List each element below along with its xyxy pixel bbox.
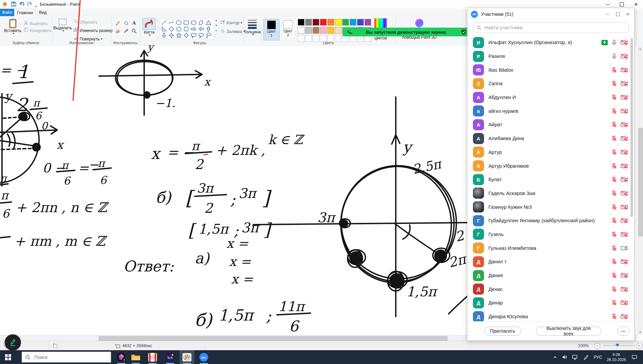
crop-button[interactable]: Обрезать <box>73 19 97 25</box>
mic-muted-icon[interactable] <box>611 286 617 293</box>
camera-off-icon[interactable] <box>620 286 628 293</box>
language-indicator[interactable]: РУС <box>591 350 605 364</box>
security-shield-icon[interactable] <box>461 29 467 35</box>
triangle-shape[interactable] <box>205 19 212 26</box>
participant-row[interactable]: ZZarina <box>468 77 634 91</box>
network-icon[interactable] <box>570 350 580 364</box>
taskbar-zoom-app-icon[interactable]: zm <box>196 350 211 364</box>
mic-muted-icon[interactable] <box>611 80 617 87</box>
mute-all-button[interactable]: Выключить звук для всех <box>536 327 601 336</box>
shape-outline-button[interactable]: Контур <box>220 20 243 26</box>
tab-view[interactable]: Вид <box>35 9 51 16</box>
participant-row[interactable]: ГГузель <box>468 228 634 241</box>
text-tool-icon[interactable]: A <box>130 19 138 27</box>
mic-muted-icon[interactable] <box>611 135 617 142</box>
volume-icon[interactable] <box>559 350 570 364</box>
magnifier-tool-icon[interactable] <box>130 27 138 35</box>
camera-off-icon[interactable] <box>620 163 628 169</box>
palette-swatch[interactable] <box>327 19 334 26</box>
panel-scroll-thumb[interactable] <box>631 38 633 217</box>
mic-muted-icon[interactable] <box>611 163 617 169</box>
curve-shape[interactable] <box>168 19 175 26</box>
participant-row[interactable]: ААртур Ибрагимов <box>468 159 634 173</box>
camera-off-icon[interactable] <box>620 80 628 87</box>
camera-off-icon[interactable] <box>620 53 628 60</box>
palette-swatch[interactable] <box>305 19 312 26</box>
taskbar-search[interactable] <box>22 352 111 363</box>
participant-row[interactable]: ДДания <box>468 269 634 283</box>
mic-muted-icon[interactable] <box>611 313 617 320</box>
palette-swatch[interactable] <box>327 27 334 34</box>
cloud-callout-shape[interactable] <box>205 32 212 38</box>
camera-off-icon[interactable] <box>620 149 628 156</box>
palette-empty-well[interactable] <box>298 35 304 42</box>
undo-button[interactable] <box>19 1 25 7</box>
ellipse-shape[interactable] <box>175 19 183 26</box>
six-point-star-shape[interactable] <box>183 32 190 38</box>
palette-swatch[interactable] <box>313 19 319 26</box>
camera-off-icon[interactable] <box>620 272 628 279</box>
five-point-star-shape[interactable] <box>175 32 183 38</box>
rounded-rectangle-shape[interactable] <box>190 19 197 26</box>
participant-row[interactable]: Гадель Аскаров 3шк <box>468 187 634 200</box>
shapes-scroll[interactable]: ▲▼≡ <box>214 19 218 32</box>
mic-muted-icon[interactable] <box>611 299 617 306</box>
h-scroll-thumb[interactable] <box>99 336 448 341</box>
pencil-tool-icon[interactable] <box>114 19 122 27</box>
participant-row[interactable]: Газинур Кужин №3 <box>468 200 634 214</box>
participant-row[interactable]: ДДанил т <box>468 255 634 269</box>
more-options-button[interactable]: ⋯ <box>617 327 630 336</box>
mic-icon[interactable] <box>611 53 617 60</box>
fill-tool-icon[interactable] <box>122 19 130 27</box>
mic-muted-icon[interactable] <box>611 94 617 101</box>
participant-row[interactable]: ААртур <box>468 145 634 159</box>
pen-icon[interactable] <box>580 350 591 364</box>
cut-button[interactable]: Вырезать <box>24 20 48 26</box>
mic-icon[interactable] <box>611 39 617 46</box>
taskbar-paint-app-icon[interactable] <box>180 350 194 364</box>
taskbar-gem-app-icon[interactable]: 2 <box>114 350 129 364</box>
four-point-star-shape[interactable] <box>168 32 175 38</box>
mic-muted-icon[interactable] <box>611 231 617 238</box>
palette-swatch[interactable] <box>298 27 304 34</box>
palette-empty-well[interactable] <box>305 35 312 42</box>
zoom-slider-thumb[interactable] <box>615 344 619 347</box>
camera-off-icon[interactable] <box>620 39 628 46</box>
camera-off-icon[interactable] <box>620 299 628 306</box>
arrow-down-shape[interactable] <box>160 32 168 38</box>
color2-button[interactable]: Цвет2 <box>280 19 296 40</box>
copy-button[interactable]: Копировать <box>24 27 52 33</box>
mic-muted-icon[interactable] <box>611 217 617 224</box>
eyedropper-tool-icon[interactable] <box>122 27 130 35</box>
panel-close-button[interactable]: ✕ <box>623 11 632 18</box>
rounded-callout-shape[interactable] <box>190 32 197 38</box>
zoom-in-button[interactable]: + <box>636 343 642 349</box>
mic-muted-icon[interactable] <box>611 204 617 210</box>
zoom-out-button[interactable]: − <box>594 343 600 349</box>
camera-off-icon[interactable] <box>620 121 628 128</box>
scroll-down-arrow[interactable]: ▼ <box>638 330 643 335</box>
palette-swatch[interactable] <box>357 19 364 26</box>
select-button[interactable]: Выделить <box>54 18 71 32</box>
palette-swatch[interactable] <box>313 27 319 34</box>
arrow-up-shape[interactable] <box>205 26 212 32</box>
tab-home[interactable]: Главная <box>14 9 36 16</box>
camera-off-icon[interactable] <box>620 190 628 197</box>
color1-button[interactable]: Цвет1 <box>263 19 280 40</box>
palette-swatch[interactable] <box>342 19 349 26</box>
mic-muted-icon[interactable] <box>611 245 617 252</box>
hexagon-shape[interactable] <box>183 26 190 32</box>
palette-swatch[interactable] <box>320 19 327 26</box>
camera-off-icon[interactable] <box>620 217 628 224</box>
taskbar-file-explorer-icon[interactable] <box>128 350 143 364</box>
rectangle-shape[interactable] <box>183 19 190 26</box>
clock[interactable]: 9:26 28.10.2025 <box>605 350 628 364</box>
camera-off-icon[interactable] <box>620 176 628 183</box>
brushes-button[interactable]: Кисти <box>142 18 157 36</box>
right-triangle-shape[interactable] <box>160 26 168 32</box>
palette-empty-well[interactable] <box>335 35 342 42</box>
camera-off-icon[interactable] <box>620 94 628 101</box>
palette-swatch[interactable] <box>335 19 342 26</box>
annotate-button[interactable] <box>5 334 21 351</box>
participant-search[interactable] <box>473 22 629 33</box>
